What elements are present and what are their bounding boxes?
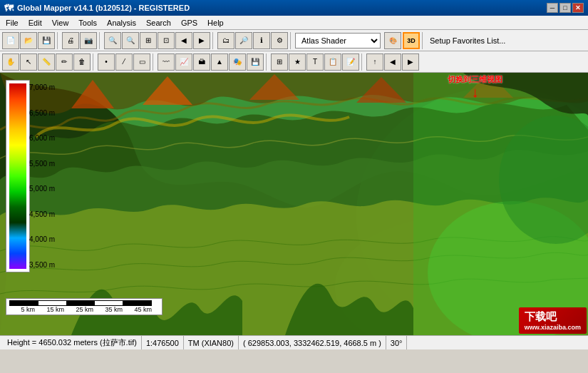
print-button[interactable]: 🖨 bbox=[62, 32, 79, 49]
zoom-in-button[interactable]: 🔍 bbox=[104, 32, 121, 49]
map-area[interactable]: 切换到三维视图 ↓ bbox=[0, 73, 588, 335]
menu-view[interactable]: View bbox=[48, 17, 73, 29]
toolbar-sep-3 bbox=[212, 32, 215, 49]
scale-bar: 5 km 15 km 25 km 35 km 45 km bbox=[6, 298, 163, 315]
legend-label-5500: 5,500 m bbox=[29, 160, 55, 168]
terrain-map[interactable] bbox=[0, 73, 588, 335]
dem-button[interactable]: ▲ bbox=[211, 53, 228, 71]
zoom-out-button[interactable]: 🔍 bbox=[122, 32, 139, 49]
scale-seg-1 bbox=[10, 301, 38, 305]
point-button[interactable]: • bbox=[98, 53, 115, 71]
north-button[interactable]: ↑ bbox=[366, 53, 383, 71]
shader-dropdown[interactable]: Atlas Shader bbox=[295, 33, 381, 48]
menu-analysis[interactable]: Analysis bbox=[103, 17, 140, 29]
watermark-text: 下载吧 bbox=[525, 310, 581, 324]
digitize-button[interactable]: ✏ bbox=[56, 53, 73, 71]
title-bar-controls[interactable]: ─ □ ✕ bbox=[547, 3, 584, 13]
shader-btn[interactable]: 🎨 bbox=[384, 32, 401, 49]
toolbar-2: ✋ ↖ 📏 ✏ 🗑 • ⁄ ▭ 〰 📈 🏔 ▲ 🎭 💾 ⊞ ★ T 📋 📝 ↑ … bbox=[0, 51, 588, 73]
back-button[interactable]: ◀ bbox=[384, 53, 401, 71]
scale-seg-5 bbox=[123, 301, 151, 305]
toolbar-sep-9 bbox=[361, 53, 364, 71]
grid-button[interactable]: ⊞ bbox=[271, 53, 288, 71]
title-bar-left: 🗺 Global Mapper v14.1 (b120512) - REGIST… bbox=[4, 3, 190, 14]
menu-bar: File Edit View Tools Analysis Search GPS… bbox=[0, 16, 588, 30]
toolbar-sep-1 bbox=[57, 32, 60, 49]
status-projection: TM (XIAN80) bbox=[184, 336, 239, 349]
export-button[interactable]: 💾 bbox=[247, 53, 264, 71]
legend-label-5000: 5,000 m bbox=[29, 185, 55, 193]
legend-gradient bbox=[9, 83, 26, 269]
menu-search[interactable]: Search bbox=[142, 17, 175, 29]
scale-label-25: 25 km bbox=[76, 306, 93, 313]
zoom-rect-button[interactable]: ⊡ bbox=[158, 32, 175, 49]
select-button[interactable]: ↖ bbox=[20, 53, 37, 71]
menu-edit[interactable]: Edit bbox=[24, 17, 46, 29]
menu-file[interactable]: File bbox=[1, 17, 23, 29]
layer-button[interactable]: 🗂 bbox=[217, 32, 234, 49]
maximize-button[interactable]: □ bbox=[559, 3, 571, 13]
coordinates-label: ( 629853.003, 3332462.519, 4668.5 m ) bbox=[243, 339, 381, 347]
search-toolbar-button[interactable]: 🔎 bbox=[235, 32, 252, 49]
line-button[interactable]: ⁄ bbox=[115, 53, 133, 71]
projection-label: TM (XIAN80) bbox=[188, 339, 234, 347]
3d-view-button[interactable]: 3D bbox=[403, 32, 420, 49]
scale-label: 1:476500 bbox=[146, 339, 179, 347]
rotation-label: 30° bbox=[391, 339, 403, 347]
hill-shade-button[interactable]: 🏔 bbox=[193, 53, 210, 71]
contour-button[interactable]: 〰 bbox=[158, 53, 175, 71]
toolbar-sep-4 bbox=[290, 32, 293, 49]
profile-button[interactable]: 📈 bbox=[175, 53, 192, 71]
setup-favorites-label[interactable]: Setup Favorites List... bbox=[427, 36, 508, 45]
delete-button[interactable]: 🗑 bbox=[73, 53, 91, 71]
render-button[interactable]: 🎭 bbox=[229, 53, 246, 71]
annotation-arrow-icon: ↓ bbox=[472, 85, 479, 99]
measure-button[interactable]: 📏 bbox=[38, 53, 55, 71]
prev-view-button[interactable]: ◀ bbox=[175, 32, 192, 49]
next-view-button[interactable]: ▶ bbox=[193, 32, 210, 49]
height-label: Height = 4650.032 meters (拉萨市.tif) bbox=[7, 337, 137, 348]
menu-gps[interactable]: GPS bbox=[177, 17, 202, 29]
status-height: Height = 4650.032 meters (拉萨市.tif) bbox=[3, 336, 142, 349]
app-icon: 🗺 bbox=[4, 3, 14, 14]
scale-label-15: 15 km bbox=[46, 306, 64, 313]
elevation-legend: 7,000 m 6,500 m 6,000 m 5,500 m 5,000 m … bbox=[6, 80, 30, 272]
scale-seg-3 bbox=[66, 301, 95, 305]
status-rotation: 30° bbox=[386, 336, 408, 349]
pan-button[interactable]: ✋ bbox=[2, 53, 19, 71]
toolbar-sep-6 bbox=[93, 53, 96, 71]
minimize-button[interactable]: ─ bbox=[547, 3, 558, 13]
legend-label-6500: 6,500 m bbox=[29, 109, 55, 117]
attrib-button[interactable]: 📋 bbox=[324, 53, 341, 71]
new-button[interactable]: 📄 bbox=[2, 32, 19, 49]
script-button[interactable]: 📝 bbox=[342, 53, 359, 71]
watermark: 下载吧 www.xiazaiba.com bbox=[519, 307, 587, 334]
settings-button[interactable]: ⚙ bbox=[271, 32, 288, 49]
open-button[interactable]: 📂 bbox=[20, 32, 37, 49]
status-scale: 1:476500 bbox=[142, 336, 184, 349]
menu-tools[interactable]: Tools bbox=[74, 17, 101, 29]
legend-label-4500: 4,500 m bbox=[29, 210, 55, 218]
save-button[interactable]: 💾 bbox=[38, 32, 55, 49]
capture-button[interactable]: 📷 bbox=[80, 32, 97, 49]
annotation: 切换到三维视图 ↓ bbox=[448, 74, 502, 99]
scale-seg-2 bbox=[38, 301, 66, 305]
menu-help[interactable]: Help bbox=[203, 17, 228, 29]
scale-label-35: 35 km bbox=[105, 306, 123, 313]
legend-label-3500: 3,500 m bbox=[29, 261, 55, 269]
symbol-button[interactable]: ★ bbox=[289, 53, 306, 71]
title-bar: 🗺 Global Mapper v14.1 (b120512) - REGIST… bbox=[0, 0, 588, 16]
scale-seg-4 bbox=[94, 301, 123, 305]
info-button[interactable]: ℹ bbox=[253, 32, 270, 49]
legend-label-7000: 7,000 m bbox=[29, 83, 55, 91]
toolbar-sep-2 bbox=[99, 32, 102, 49]
scale-labels: 5 km 15 km 25 km 35 km 45 km bbox=[9, 306, 152, 313]
fwd-button[interactable]: ▶ bbox=[402, 53, 419, 71]
zoom-fit-button[interactable]: ⊞ bbox=[140, 32, 157, 49]
label-button[interactable]: T bbox=[306, 53, 324, 71]
area-button[interactable]: ▭ bbox=[133, 53, 150, 71]
scale-label-45: 45 km bbox=[134, 306, 152, 313]
close-button[interactable]: ✕ bbox=[572, 3, 584, 13]
legend-label-4000: 4,000 m bbox=[29, 235, 55, 243]
toolbar-sep-7 bbox=[153, 53, 155, 71]
